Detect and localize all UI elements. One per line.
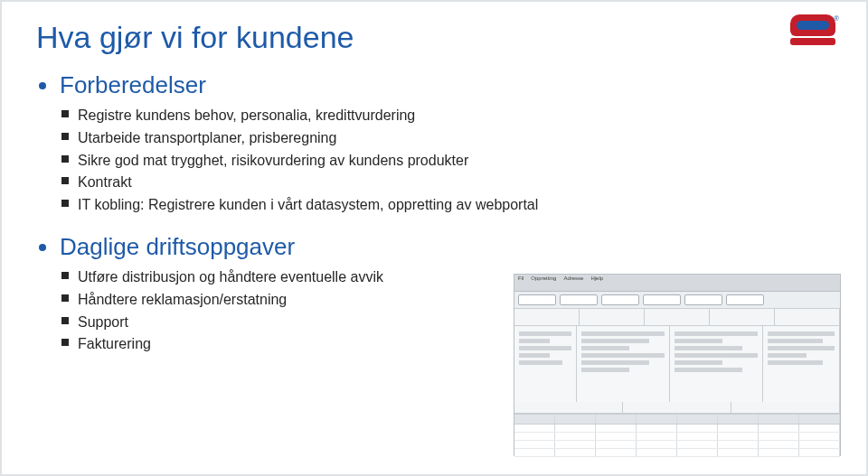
grid-col [555,415,596,424]
menu-item[interactable]: Oppretting [531,275,556,290]
field-line [581,331,665,336]
logo-bar-icon [790,38,835,45]
list-item: Utarbeide transportplaner, prisberegning [61,127,832,150]
app-header-row [514,309,840,326]
toolbar-button[interactable] [601,294,639,305]
toolbar-button[interactable] [726,294,764,305]
header-cell [645,309,710,325]
field-line [768,339,823,343]
field-line [768,346,835,350]
app-panel-avsender [577,326,670,402]
field-line [519,346,571,350]
field-line [581,368,629,372]
toolbar-button[interactable] [518,294,556,305]
app-left-panel [514,326,577,402]
field-line [581,360,649,365]
header-cell [775,309,840,325]
toolbar-button[interactable] [560,294,598,305]
logo-badge-icon [790,14,835,36]
app-subrow [514,402,840,414]
app-panels [514,326,840,402]
header-cell [710,309,775,325]
embedded-app-screenshot: Fil Oppretting Adresse Hjelp [514,274,841,456]
app-panel-mottaker [670,326,763,402]
menu-item[interactable]: Fil [518,275,524,290]
page-title: Hva gjør vi for kundene [36,20,832,55]
section-heading: Forberedelser [60,71,206,98]
section-items: Registre kundens behov, personalia, kred… [60,99,832,228]
field-line [675,339,722,343]
field-line [768,353,807,358]
field-line [581,339,649,343]
field-line [581,353,665,358]
brand-logo: ® [787,14,839,51]
grid-row[interactable] [514,425,840,433]
header-cell [580,309,645,325]
grid-col [759,415,799,424]
grid-row[interactable] [514,441,840,449]
field-line [581,346,629,350]
grid-col [596,415,637,424]
field-line [675,331,758,336]
registered-mark: ® [834,14,839,23]
list-item: Registre kundens behov, personalia, kred… [61,105,832,127]
section-heading: Daglige driftsoppgaver [60,233,295,260]
grid-col [637,415,677,424]
grid-row[interactable] [514,433,840,441]
toolbar-button[interactable] [684,294,722,305]
field-line [519,353,550,358]
list-item: Sikre god mat trygghet, risikovurdering … [61,150,832,173]
grid-col [718,415,759,424]
section-forberedelser: Forberedelser Registre kundens behov, pe… [60,71,832,228]
field-line [675,360,722,365]
app-toolbar [514,292,840,309]
field-line [675,353,758,358]
grid-col [799,415,840,424]
field-line [768,360,823,365]
grid-row[interactable] [514,449,840,457]
grid-col [514,415,555,424]
grid-col [677,415,718,424]
menu-item[interactable]: Adresse [563,275,583,290]
app-grid [514,414,840,456]
header-cell [514,309,580,325]
sub-cell [514,402,623,413]
list-item: Kontrakt [61,172,832,194]
menu-item[interactable]: Hjelp [590,275,603,290]
field-line [675,368,742,372]
app-right-panel [763,326,840,402]
sub-cell [623,402,731,413]
field-line [768,331,835,336]
slide: ® Hva gjør vi for kundene Forberedelser … [0,0,868,476]
field-line [675,346,742,350]
sub-cell [731,402,840,413]
field-line [519,331,571,336]
field-line [519,360,562,365]
toolbar-button[interactable] [643,294,681,305]
field-line [519,339,550,343]
grid-header [514,415,840,425]
app-menubar: Fil Oppretting Adresse Hjelp [514,275,840,292]
list-item: IT kobling: Registrere kunden i vårt dat… [61,194,832,217]
